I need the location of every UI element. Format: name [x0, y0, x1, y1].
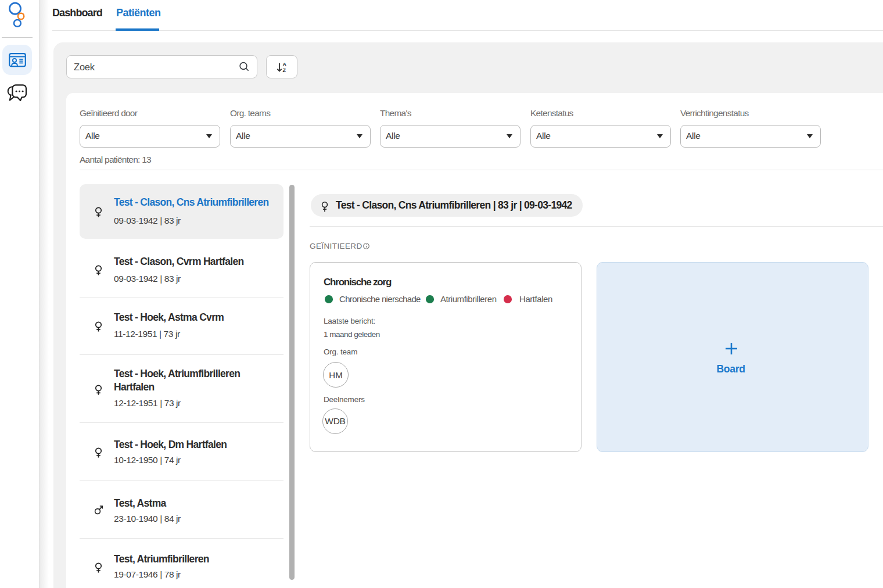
svg-text:Z: Z: [283, 67, 286, 73]
svg-text:A: A: [283, 62, 287, 67]
